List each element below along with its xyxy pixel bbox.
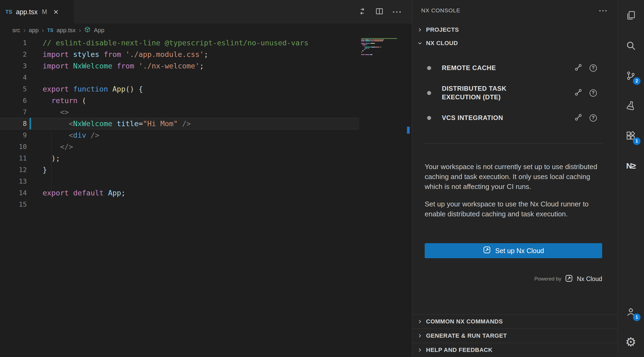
section-projects[interactable]: PROJECTS	[412, 23, 617, 37]
code-line[interactable]: 8 <NxWelcome title="Hi Mom" />	[0, 118, 359, 129]
breadcrumb-app[interactable]: app	[29, 27, 39, 34]
help-icon[interactable]: ?	[590, 114, 597, 122]
typescript-file-icon: TS	[5, 9, 12, 15]
workspace-status-text: Your workspace is not currently set up t…	[425, 162, 602, 192]
line-number[interactable]: 15	[0, 199, 27, 210]
open-changes-icon[interactable]	[358, 7, 367, 17]
code-line[interactable]: 3import NxWelcome from './nx-welcome';	[0, 60, 359, 72]
code-lines: 1// eslint-disable-next-line @typescript…	[0, 37, 412, 210]
connect-icon[interactable]	[575, 89, 582, 97]
status-bullet-icon	[427, 116, 431, 120]
code-text: <>	[27, 106, 69, 118]
panel-more-actions-icon[interactable]: ⋯	[598, 5, 608, 16]
code-text: );	[27, 152, 60, 164]
panel-bottom-sections: COMMON NX COMMANDS GENERATE & RUN TARGET…	[412, 314, 617, 357]
code-line[interactable]: 7 <>	[0, 106, 359, 118]
source-control-icon[interactable]: 2	[617, 61, 644, 91]
code-line[interactable]: 14export default App;	[0, 187, 359, 199]
section-common-nx-commands[interactable]: COMMON NX COMMANDS	[412, 314, 617, 329]
feature-actions: ?	[575, 114, 597, 122]
nx-cloud-brand-label: Nx Cloud	[577, 275, 602, 283]
line-number[interactable]: 11	[0, 152, 27, 164]
code-area[interactable]: 1// eslint-disable-next-line @typescript…	[0, 37, 412, 357]
code-text: <NxWelcome title="Hi Mom" />	[27, 118, 191, 129]
line-number[interactable]: 7	[0, 106, 27, 118]
breadcrumb-src[interactable]: src	[12, 27, 20, 34]
explorer-files-icon[interactable]	[617, 1, 644, 31]
section-label: GENERATE & RUN TARGET	[426, 332, 507, 339]
section-help-and-feedback[interactable]: HELP AND FEEDBACK	[412, 343, 617, 357]
gear-glyph: ⚙	[625, 336, 636, 348]
git-modified-gutter-mark	[29, 118, 31, 129]
code-line[interactable]: 2import styles from './app.module.css';	[0, 49, 359, 60]
line-number[interactable]: 8	[0, 118, 27, 129]
code-line[interactable]: 1// eslint-disable-next-line @typescript…	[0, 37, 359, 49]
nx-cloud-logo-icon	[565, 274, 573, 283]
nx-cloud-features: REMOTE CACHE ? DISTRIBUTED TASK EXECUTIO…	[412, 57, 617, 128]
line-number[interactable]: 6	[0, 95, 27, 106]
code-line[interactable]: 13	[0, 176, 359, 187]
connect-icon[interactable]	[575, 114, 582, 122]
breadcrumb-symbol[interactable]: App	[94, 27, 104, 34]
code-line[interactable]: 5export function App() {	[0, 83, 359, 95]
search-icon[interactable]	[617, 31, 644, 61]
extensions-icon[interactable]: 1	[617, 121, 644, 151]
feature-row-dte: DISTRIBUTED TASK EXECUTION (DTE) ?	[412, 78, 617, 107]
code-line[interactable]: 9 <div />	[0, 129, 359, 141]
setup-instructions-text: Set up your workspace to use the Nx Clou…	[425, 199, 602, 219]
code-line[interactable]: 11 );	[0, 152, 359, 164]
minimap[interactable]	[361, 37, 404, 57]
chevron-right-icon	[416, 26, 423, 33]
line-number[interactable]: 5	[0, 83, 27, 95]
editor-more-actions-icon[interactable]: ⋯	[392, 6, 402, 17]
code-line[interactable]: 6 return (	[0, 95, 359, 106]
panel-header: NX CONSOLE ⋯	[412, 0, 617, 21]
git-modified-indicator: M	[42, 8, 47, 16]
line-number[interactable]: 9	[0, 129, 27, 141]
line-number[interactable]: 1	[0, 37, 27, 49]
chevron-down-icon	[416, 40, 423, 47]
tab-label: app.tsx	[16, 8, 38, 16]
typescript-file-icon: TS	[47, 28, 53, 33]
nx-console-icon[interactable]: N≥	[617, 151, 644, 181]
code-text: // eslint-disable-next-line @typescript-…	[27, 37, 309, 49]
code-text: import NxWelcome from './nx-welcome';	[27, 60, 204, 72]
nx-logo-text: N≥	[626, 161, 635, 170]
accounts-icon[interactable]: 1	[617, 297, 644, 327]
connect-icon[interactable]	[575, 64, 582, 72]
code-line[interactable]: 12}	[0, 164, 359, 176]
setup-nx-cloud-button[interactable]: Set up Nx Cloud	[425, 243, 602, 258]
close-tab-icon[interactable]: ×	[53, 8, 58, 16]
vscode-window: TS app.tsx M × ⋯ src	[0, 0, 644, 357]
help-icon[interactable]: ?	[590, 89, 597, 97]
breadcrumb-file[interactable]: app.tsx	[57, 27, 76, 34]
tab-app-tsx[interactable]: TS app.tsx M ×	[0, 0, 74, 24]
feature-actions: ?	[575, 64, 597, 72]
code-line[interactable]: 4	[0, 72, 359, 83]
line-number[interactable]: 4	[0, 72, 27, 83]
settings-gear-icon[interactable]: ⚙	[617, 327, 644, 357]
line-number[interactable]: 14	[0, 187, 27, 199]
line-number[interactable]: 13	[0, 176, 27, 187]
feature-label: DISTRIBUTED TASK EXECUTION (DTE)	[442, 84, 533, 102]
help-icon[interactable]: ?	[590, 64, 597, 72]
section-generate-run-target[interactable]: GENERATE & RUN TARGET	[412, 329, 617, 343]
line-number[interactable]: 12	[0, 164, 27, 176]
overview-ruler-modified-mark	[407, 127, 410, 134]
status-bullet-icon	[427, 66, 431, 70]
testing-beaker-icon[interactable]	[617, 91, 644, 121]
code-line[interactable]: 15	[0, 199, 359, 210]
code-text: }	[27, 164, 47, 176]
breadcrumb-separator: ›	[42, 27, 44, 34]
line-number[interactable]: 2	[0, 49, 27, 60]
code-line[interactable]: 10 </>	[0, 141, 359, 152]
section-nx-cloud[interactable]: NX CLOUD	[412, 37, 617, 50]
split-editor-icon[interactable]	[375, 7, 384, 17]
section-divider	[425, 143, 602, 144]
editor-tab-strip: TS app.tsx M × ⋯	[0, 0, 412, 24]
line-number[interactable]: 3	[0, 60, 27, 72]
powered-by-row: Powered by Nx Cloud	[412, 274, 617, 283]
line-number[interactable]: 10	[0, 141, 27, 152]
minimap-content	[361, 38, 404, 56]
breadcrumb-separator: ›	[23, 27, 25, 34]
